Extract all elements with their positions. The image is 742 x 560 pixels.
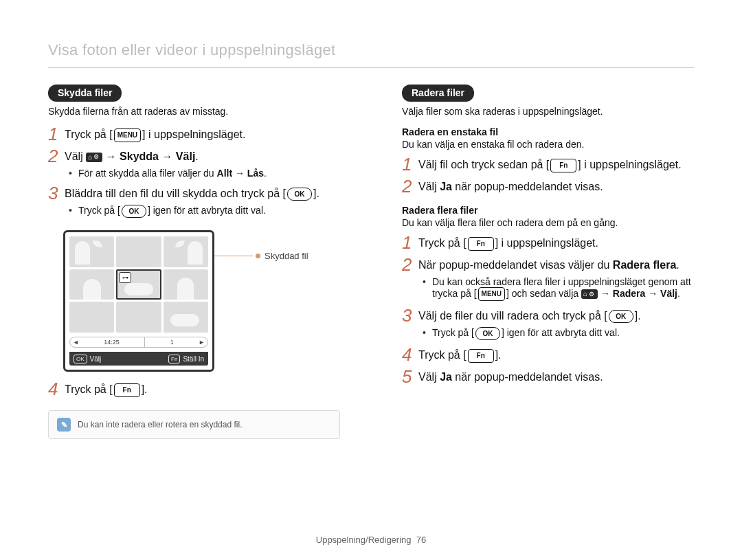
step-number: 2 — [48, 147, 65, 165]
settings-icon: ⌂⚙ — [86, 153, 102, 162]
page-footer: Uppspelning/Redigering 76 — [0, 535, 742, 545]
ok-icon: OK — [74, 355, 87, 363]
bullet: •För att skydda alla filer väljer du All… — [69, 168, 340, 179]
bullet: • Du kan också radera flera filer i upps… — [423, 276, 694, 301]
fn-icon: Fn — [114, 383, 140, 397]
section-intro: Välja filer som ska raderas i uppspelnin… — [402, 106, 694, 117]
step-number: 3 — [48, 184, 65, 202]
left-column: Skydda filer Skydda filerna från att rad… — [48, 85, 340, 439]
callout-label: Skyddad fil — [265, 251, 308, 261]
step-text: Välj ⌂⚙ → Skydda → Välj. — [65, 148, 340, 164]
fn-icon: Fn — [468, 349, 494, 363]
thumbnail — [164, 236, 208, 267]
page: Visa foton eller videor i uppspelningslä… — [0, 0, 742, 560]
step-number: 4 — [48, 380, 65, 398]
step-text: Välj de filer du vill radera och tryck p… — [418, 308, 694, 324]
note-text: Du kan inte radera eller rotera en skydd… — [78, 420, 242, 429]
ok-icon: OK — [475, 327, 500, 340]
step-text: Tryck på [Fn] i uppspelningsläget. — [418, 235, 694, 251]
step-number: 1 — [402, 155, 418, 173]
illustration: ⊶ ◄ 14:25 1 ► OKVälj — [63, 230, 340, 372]
ok-icon: OK — [609, 310, 633, 323]
step-2-sub: • Du kan också radera flera filer i upps… — [423, 276, 694, 301]
columns: Skydda filer Skydda filerna från att rad… — [48, 85, 694, 439]
footer-page: 76 — [416, 535, 426, 545]
fn-icon: Fn — [168, 355, 180, 363]
step-number: 1 — [48, 125, 65, 143]
label-select: Välj — [90, 355, 102, 363]
step-4: 4 Tryck på [Fn]. — [402, 347, 694, 363]
menu-icon: MENU — [114, 128, 141, 142]
footer-section: Uppspelning/Redigering — [316, 535, 412, 545]
callout: Skyddad fil — [214, 251, 308, 261]
step-3-sub: •Tryck på [OK] igen för att avbryta ditt… — [423, 327, 694, 340]
step-number: 1 — [402, 234, 418, 251]
thumbnail — [116, 302, 161, 333]
step-1: 1 Tryck på [Fn] i uppspelningsläget. — [402, 235, 694, 251]
bar-time: 14:25 — [104, 339, 120, 346]
section-intro: Skydda filerna från att raderas av misst… — [48, 106, 340, 117]
step-text: Tryck på [MENU] i uppspelningsläget. — [65, 126, 340, 142]
thumbnail — [69, 269, 114, 300]
bullet: •Tryck på [OK] igen för att avbryta ditt… — [69, 205, 340, 218]
settings-icon: ⌂⚙ — [581, 289, 598, 299]
step-5: 5 Välj Ja när popup-meddelandet visas. — [402, 369, 694, 385]
section-pill-delete: Radera filer — [402, 85, 474, 102]
step-3-sub: •Tryck på [OK] igen för att avbryta ditt… — [69, 205, 340, 218]
step-text: När popup-meddelandet visas väljer du Ra… — [418, 257, 694, 273]
menu-icon: MENU — [478, 287, 505, 301]
lock-icon: ⊶ — [119, 272, 131, 283]
bullet: •Tryck på [OK] igen för att avbryta ditt… — [423, 327, 694, 340]
step-1: 1 Välj fil och tryck sedan på [Fn] i upp… — [402, 157, 694, 173]
fn-icon: Fn — [468, 237, 494, 251]
bar-number: 1 — [170, 339, 174, 346]
thumbnail-grid: ⊶ — [69, 236, 208, 333]
ok-icon: OK — [122, 205, 146, 218]
subheading-single: Radera en enstaka fil — [402, 126, 694, 137]
step-text: Välj Ja när popup-meddelandet visas. — [418, 179, 694, 194]
step-text: Tryck på [Fn]. — [65, 381, 340, 397]
step-text: Bläddra till den fil du vill skydda och … — [65, 186, 340, 201]
note-box: ✎ Du kan inte radera eller rotera en sky… — [48, 410, 340, 439]
step-2: 2 Välj ⌂⚙ → Skydda → Välj. — [48, 148, 340, 165]
step-1: 1 Tryck på [MENU] i uppspelningsläget. — [48, 126, 340, 143]
subheading-multi: Radera flera filer — [402, 205, 694, 216]
step-number: 4 — [402, 346, 418, 363]
divider — [48, 67, 694, 68]
camera-screen: ⊶ ◄ 14:25 1 ► OKVälj — [63, 230, 214, 372]
thumbnail — [164, 269, 208, 300]
scroll-bar: ◄ 14:25 1 ► — [69, 337, 208, 348]
thumbnail — [69, 302, 114, 333]
thumbnail — [116, 236, 161, 267]
step-number: 2 — [402, 177, 418, 195]
step-number: 2 — [402, 256, 418, 273]
label-set: Ställ In — [183, 355, 204, 363]
step-3: 3 Välj de filer du vill radera och tryck… — [402, 308, 694, 324]
thumbnail — [164, 302, 208, 333]
fn-icon: Fn — [550, 159, 576, 172]
thumbnail-selected: ⊶ — [116, 269, 161, 300]
note-icon: ✎ — [57, 418, 71, 432]
step-2: 2 Välj Ja när popup-meddelandet visas. — [402, 179, 694, 195]
thumbnail — [69, 236, 114, 267]
bottom-bar: OKVälj FnStäll In — [69, 352, 208, 366]
ok-icon: OK — [287, 188, 312, 201]
section-pill-protect: Skydda filer — [48, 85, 122, 102]
step-2: 2 När popup-meddelandet visas väljer du … — [402, 257, 694, 273]
step-number: 5 — [402, 368, 418, 385]
subtext: Du kan välja flera filer och radera dem … — [402, 217, 694, 228]
step-text: Tryck på [Fn]. — [418, 347, 694, 363]
step-text: Välj Ja när popup-meddelandet visas. — [418, 369, 694, 385]
step-text: Välj fil och tryck sedan på [Fn] i uppsp… — [418, 157, 694, 172]
step-2-sub: •För att skydda alla filer väljer du All… — [69, 168, 340, 179]
page-title: Visa foton eller videor i uppspelningslä… — [48, 41, 694, 59]
step-number: 3 — [402, 306, 418, 324]
subtext: Du kan välja en enstaka fil och radera d… — [402, 139, 694, 150]
step-3: 3 Bläddra till den fil du vill skydda oc… — [48, 186, 340, 202]
right-column: Radera filer Välja filer som ska raderas… — [402, 85, 694, 439]
step-4: 4 Tryck på [Fn]. — [48, 381, 340, 398]
